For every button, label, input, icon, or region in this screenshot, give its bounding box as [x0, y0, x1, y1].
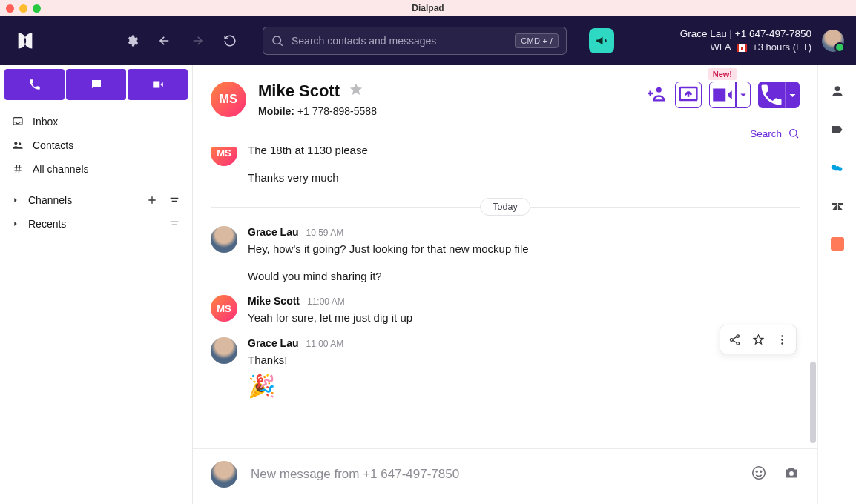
contacts-icon — [12, 139, 24, 151]
sidebar-item-inbox[interactable]: Inbox — [0, 110, 192, 133]
message-text: Hey, how's it going? Just looking for th… — [248, 241, 800, 258]
new-call-button[interactable] — [4, 69, 65, 100]
sidebar-item-label: All channels — [33, 163, 180, 175]
back-button[interactable] — [154, 30, 175, 51]
svg-point-3 — [19, 142, 21, 145]
macos-titlebar: Dialpad — [0, 0, 856, 16]
search-input[interactable] — [292, 35, 507, 47]
svg-point-9 — [736, 342, 739, 345]
hubspot-integration[interactable] — [831, 237, 844, 251]
user-name-phone: Grace Lau | +1 647-497-7850 — [680, 27, 811, 41]
composer-input[interactable] — [251, 467, 737, 482]
message-reaction[interactable]: 🎉 — [248, 373, 800, 399]
sidebar-item-all-channels[interactable]: All channels — [0, 157, 192, 181]
new-message-button[interactable] — [66, 69, 126, 100]
app-logo[interactable] — [15, 30, 36, 51]
message-author: Grace Lau — [248, 337, 298, 349]
window-title: Dialpad — [0, 3, 856, 13]
video-call-button[interactable] — [709, 82, 736, 108]
forward-button[interactable] — [187, 30, 208, 51]
sidebar-item-contacts[interactable]: Contacts — [0, 133, 192, 157]
camera-button[interactable] — [783, 465, 800, 484]
message-author: Mike Scott — [248, 295, 300, 307]
message-avatar[interactable]: MS — [211, 295, 237, 322]
message-text: Thanks! — [248, 352, 800, 369]
user-status-line: WFA +3 hours (ET) — [680, 41, 811, 54]
call-split-button[interactable] — [758, 82, 800, 108]
message-time: 11:00 AM — [306, 339, 343, 349]
search-shortcut: CMD + / — [515, 33, 559, 48]
settings-button[interactable] — [122, 30, 142, 51]
message-time: 10:59 AM — [306, 228, 343, 238]
canada-flag-icon — [737, 44, 747, 52]
inbox-icon — [12, 116, 24, 127]
top-nav: CMD + / Grace Lau | +1 647-497-7850 WFA … — [0, 16, 856, 65]
share-screen-button[interactable] — [675, 82, 702, 108]
message-avatar[interactable] — [211, 337, 237, 364]
message-text: The 18th at 1130 please — [248, 147, 800, 159]
contact-panel-button[interactable] — [829, 83, 846, 99]
message-text: Thanks very much — [248, 170, 800, 187]
svg-point-2 — [14, 142, 17, 145]
message-time: 11:00 AM — [307, 296, 345, 307]
message-text: Yeah for sure, let me just dig it up — [248, 310, 800, 327]
contact-avatar[interactable]: MS — [211, 82, 246, 117]
message-avatar[interactable] — [211, 226, 237, 253]
quick-actions — [0, 65, 192, 104]
more-button[interactable] — [771, 328, 793, 351]
current-user[interactable]: Grace Lau | +1 647-497-7850 WFA +3 hours… — [680, 27, 844, 54]
favorite-toggle[interactable] — [349, 82, 363, 100]
filter-icon[interactable] — [168, 218, 180, 230]
plus-icon[interactable] — [146, 194, 158, 206]
search-label: Search — [750, 128, 782, 139]
left-sidebar: Inbox Contacts All channels Channels — [0, 65, 193, 504]
zendesk-integration[interactable] — [829, 199, 846, 215]
call-dropdown[interactable] — [785, 82, 800, 108]
svg-point-7 — [736, 334, 739, 337]
svg-point-14 — [756, 471, 757, 472]
tag-panel-button[interactable] — [829, 122, 846, 138]
svg-point-12 — [781, 342, 783, 344]
message-text: Would you mind sharing it? — [248, 268, 800, 285]
scrollbar[interactable] — [810, 362, 816, 443]
message-group: MS The 18th at 1130 please Thanks very m… — [211, 147, 800, 186]
filter-icon[interactable] — [168, 194, 180, 206]
svg-point-11 — [781, 339, 783, 340]
contact-phone: Mobile: +1 778-898-5588 — [258, 105, 377, 117]
message-author: Grace Lau — [248, 226, 298, 238]
video-call-dropdown[interactable] — [736, 82, 751, 108]
emoji-button[interactable] — [751, 465, 767, 484]
message-thread[interactable]: MS The 18th at 1130 please Thanks very m… — [193, 147, 817, 448]
share-button[interactable] — [723, 328, 745, 351]
message-group: Grace Lau11:00 AM Thanks! 🎉 — [211, 337, 800, 399]
message-avatar[interactable]: MS — [211, 147, 237, 166]
chevron-right-icon — [12, 220, 19, 228]
svg-point-16 — [789, 471, 794, 476]
call-button[interactable] — [758, 82, 785, 108]
svg-point-0 — [273, 36, 281, 44]
announcements-button[interactable] — [589, 28, 614, 53]
date-divider: Today — [211, 198, 800, 216]
sidebar-section-recents[interactable]: Recents — [0, 212, 192, 236]
user-avatar[interactable] — [822, 30, 844, 52]
sidebar-section-label: Recents — [28, 218, 159, 230]
sidebar-section-channels[interactable]: Channels — [0, 188, 192, 212]
refresh-button[interactable] — [220, 30, 240, 51]
composer-avatar — [211, 461, 237, 488]
add-contact-button[interactable] — [647, 83, 668, 107]
sidebar-item-label: Contacts — [33, 139, 180, 151]
sidebar-section-label: Channels — [28, 194, 137, 206]
svg-point-4 — [656, 87, 662, 93]
svg-point-8 — [730, 338, 733, 341]
svg-point-17 — [834, 86, 840, 91]
search-icon — [788, 127, 800, 139]
salesforce-integration[interactable] — [829, 160, 846, 176]
message-group: MS Mike Scott11:00 AM Yeah for sure, let… — [211, 295, 800, 327]
new-meeting-button[interactable] — [128, 69, 188, 100]
star-button[interactable] — [747, 328, 769, 351]
video-call-split-button[interactable] — [709, 82, 751, 108]
global-search[interactable]: CMD + / — [263, 27, 567, 55]
chevron-right-icon — [12, 196, 19, 204]
svg-point-10 — [781, 335, 783, 336]
conversation-search[interactable]: Search — [193, 127, 817, 147]
